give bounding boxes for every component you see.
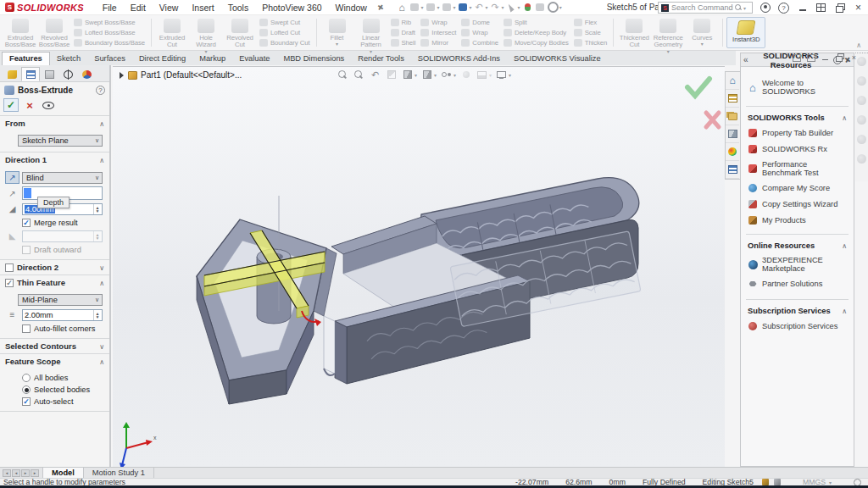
command-tab[interactable]: Markup	[192, 53, 232, 65]
tab-dimxpertmanager[interactable]	[58, 67, 77, 81]
doc-dock-right-icon[interactable]	[805, 53, 816, 63]
tree-expand-icon[interactable]	[120, 72, 124, 79]
resource-link[interactable]: SOLIDWORKS Rx	[748, 144, 849, 154]
ribbon-small-button[interactable]: Swept Cut	[259, 18, 309, 28]
spinner-arrows[interactable]: ▲▼	[93, 204, 101, 214]
menu-item[interactable]: View	[153, 1, 186, 14]
feature-tree-breadcrumb[interactable]: Part1 (Default<<Default>...	[120, 70, 242, 80]
help-circle-icon[interactable]: ?	[96, 86, 105, 95]
auto-fillet-checkbox[interactable]: Auto-fillet corners	[22, 324, 106, 333]
all-bodies-radio[interactable]: All bodies	[22, 374, 106, 382]
resources-section-header[interactable]: SOLIDWORKS Tools	[748, 114, 847, 122]
ribbon-small-button[interactable]: Dome	[461, 18, 498, 28]
section-feature-scope-header[interactable]: Feature Scope	[0, 354, 109, 369]
help-icon[interactable]	[777, 2, 790, 14]
task-pane-tab[interactable]	[726, 143, 739, 161]
resource-link[interactable]: 3DEXPERIENCE Marketplace	[748, 256, 849, 273]
model-tab[interactable]: Motion Study 1	[84, 468, 154, 478]
draft-angle-input[interactable]: ▲▼	[22, 230, 103, 242]
ribbon-small-button[interactable]: Draft	[391, 28, 416, 38]
first-tab-button[interactable]: ◂	[3, 469, 11, 477]
menu-item[interactable]: Tools	[221, 1, 256, 14]
tab-configurationmanager[interactable]	[40, 67, 58, 81]
menu-pin-icon[interactable]: ✚	[376, 2, 386, 13]
minimize-button[interactable]	[796, 2, 809, 14]
task-pane-tab[interactable]	[726, 72, 739, 90]
ribbon-small-button[interactable]: Intersect	[420, 28, 456, 38]
tab-propertymanager[interactable]	[3, 67, 21, 81]
ok-button[interactable]	[3, 98, 19, 112]
fillet-button[interactable]: Fillet	[320, 17, 354, 48]
task-pane-tab[interactable]	[726, 90, 739, 108]
search-commands-box[interactable]: S Search Commands ▾	[658, 2, 753, 14]
thin-feature-checkbox[interactable]	[5, 279, 14, 287]
thin-feature-type-select[interactable]: Mid-Plane	[18, 294, 103, 306]
command-tab[interactable]: Render Tools	[351, 53, 411, 65]
resource-link[interactable]: Compare My Score	[748, 183, 849, 193]
task-pane-tab[interactable]	[726, 161, 739, 179]
menu-item[interactable]: Window	[329, 1, 374, 14]
search-icon[interactable]	[735, 4, 742, 11]
resource-link[interactable]: My Products	[748, 215, 849, 225]
ribbon-small-button[interactable]: Combine	[461, 38, 498, 48]
next-tab-button[interactable]: ▸	[21, 469, 30, 477]
tab-featuremanager[interactable]	[21, 67, 40, 81]
ribbon-small-button[interactable]: Split	[504, 18, 569, 28]
login-icon[interactable]	[759, 2, 771, 14]
welcome-link[interactable]: Welcome to SOLIDWORKS	[748, 79, 849, 96]
ribbon-small-button[interactable]: Mirror	[420, 38, 456, 48]
reverse-direction-button[interactable]: ↗	[5, 171, 19, 184]
direction2-checkbox[interactable]	[5, 263, 14, 272]
resource-link[interactable]: Partner Solutions	[748, 279, 849, 289]
reference-geometry-button[interactable]: Reference Geometry	[651, 17, 685, 48]
hole-wizard-button[interactable]: Hole Wizard	[189, 17, 223, 48]
ribbon-small-button[interactable]: Thicken	[574, 38, 608, 48]
doc-restore-button[interactable]	[834, 53, 845, 63]
tab-displaymanager[interactable]	[77, 67, 96, 81]
ribbon-small-button[interactable]: Flex	[574, 18, 608, 28]
command-tab[interactable]: SOLIDWORKS Visualize	[507, 53, 608, 65]
units-caret-icon[interactable]: ▾	[829, 480, 832, 485]
confirm-ok-check-icon[interactable]	[687, 79, 709, 96]
ribbon-small-button[interactable]: Shell	[391, 38, 416, 48]
from-plane-select[interactable]: Sketch Plane	[18, 135, 103, 147]
maximize-button[interactable]	[815, 2, 827, 14]
resources-section-header[interactable]: Online Resources	[748, 241, 847, 250]
close-button[interactable]: ×	[852, 2, 865, 14]
spinner-arrows[interactable]: ▲▼	[93, 310, 101, 320]
thickness-input[interactable]: 2.00mm▲▼	[22, 309, 103, 321]
ribbon-small-button[interactable]: Lofted Boss/Base	[74, 28, 145, 38]
ribbon-small-button[interactable]: Boundary Cut	[259, 38, 309, 48]
section-selected-contours-header[interactable]: Selected Contours	[0, 339, 109, 353]
resource-link[interactable]: Copy Settings Wizard	[748, 199, 849, 209]
menu-item[interactable]: File	[96, 1, 124, 14]
curves-button[interactable]: Curves	[685, 17, 719, 48]
draft-outward-checkbox[interactable]: Draft outward	[22, 246, 106, 254]
prev-tab-button[interactable]: ◂	[12, 469, 20, 477]
menu-item[interactable]: Insert	[185, 1, 220, 14]
ribbon-collapse-chevron-icon[interactable]: ∧	[856, 42, 861, 49]
doc-dock-left-icon[interactable]	[791, 53, 802, 63]
preview-eye-icon[interactable]	[41, 98, 56, 112]
resources-section-header[interactable]: Subscription Services	[748, 307, 847, 315]
model-tab[interactable]: Model	[43, 468, 84, 478]
menu-item[interactable]: Edit	[124, 1, 153, 14]
ribbon-small-button[interactable]: Boundary Boss/Base	[74, 38, 145, 48]
command-tab[interactable]: Sketch	[50, 53, 87, 65]
section-from-header[interactable]: From	[0, 116, 109, 130]
graphics-viewport[interactable]: Part1 (Default<<Default>...	[113, 66, 725, 467]
ribbon-small-button[interactable]: Delete/Keep Body	[504, 28, 569, 38]
task-pane-tab[interactable]	[726, 108, 739, 125]
restore-button[interactable]	[833, 2, 846, 14]
revolved-boss-base-button[interactable]: Revolved Boss/Base	[37, 17, 71, 48]
linear-pattern-button[interactable]: Linear Pattern	[354, 17, 388, 48]
ribbon-small-button[interactable]: Swept Boss/Base	[74, 18, 145, 28]
merge-result-checkbox[interactable]: Merge result	[22, 219, 106, 227]
revolved-cut-button[interactable]: Revolved Cut	[223, 17, 257, 48]
section-direction2-header[interactable]: Direction 2	[0, 260, 109, 274]
selected-bodies-radio[interactable]: Selected bodies	[22, 385, 106, 394]
extruded-cut-button[interactable]: Extruded Cut	[155, 17, 189, 48]
instant3d-button[interactable]: Instant3D	[726, 17, 765, 48]
menu-item[interactable]: PhotoView 360	[255, 1, 328, 14]
ribbon-small-button[interactable]: Move/Copy Bodies	[504, 38, 569, 48]
